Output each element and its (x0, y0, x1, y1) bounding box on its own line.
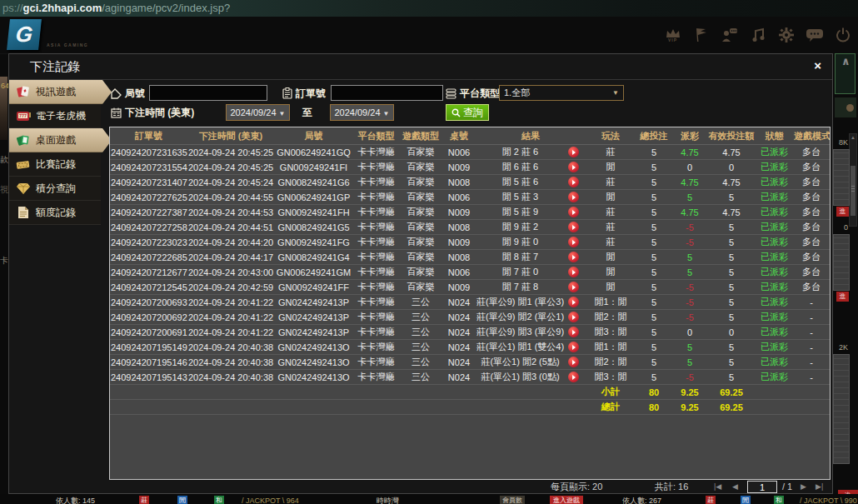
next-page-button[interactable]: ▶ (801, 481, 806, 492)
address-bar[interactable]: ps://gci.2hhapi.com/agingame/pcv2/index.… (0, 0, 858, 17)
replay-play-button[interactable] (568, 267, 579, 277)
date-from-select[interactable]: 2024/09/24 ▼ (226, 104, 290, 121)
cell-payout: -5 (672, 235, 707, 250)
sum-cell (756, 385, 793, 400)
cell-round: GN009249241FG (274, 235, 353, 250)
lobby-table-card: 0 進 (833, 223, 850, 302)
flag-icon[interactable] (692, 26, 710, 44)
sidebar-item-points-query[interactable]: 積分查詢 (9, 177, 101, 201)
cell-valid: 4.75 (707, 205, 756, 220)
platform-list-icon (446, 88, 456, 99)
cell-payout: 5 (672, 190, 707, 205)
cell-order: 240924207212677 (110, 265, 187, 280)
music-icon[interactable] (749, 26, 766, 44)
cell-game: 百家樂 (399, 205, 442, 220)
sidebar-item-match-records[interactable]: 比賽記錄 (9, 152, 101, 177)
sum-cell: 80 (636, 400, 672, 415)
chevron-down-icon: ▼ (383, 110, 390, 117)
sum-cell: 69.25 (707, 400, 756, 415)
sum-cell (399, 400, 442, 415)
replay-play-button[interactable] (568, 372, 579, 382)
svg-text:777: 777 (18, 113, 26, 118)
sidebar-item-credit-records[interactable]: 額度記錄 (9, 201, 101, 225)
enter-game-badge[interactable]: 進 (836, 292, 849, 302)
cell-result: 莊(單公1) 閒1 (雙公4) (476, 340, 586, 355)
cell-amount: 5 (636, 175, 672, 190)
url-domain: gci.2hhapi.com (23, 2, 102, 14)
records-table-panel: 訂單號下注時間 (美東)局號平台類型遊戲類型桌號結果玩法總投注派彩有效投注額狀態… (109, 127, 831, 480)
table-row: 2409242072273872024-09-24 20:44:53GN0092… (110, 205, 830, 220)
last-page-button[interactable]: ▶| (816, 481, 823, 492)
lobby-scrollbar[interactable]: ▲ (849, 133, 857, 227)
chat-icon[interactable] (806, 26, 823, 44)
table-row: 2409242071951432024-09-24 20:40:38GN0242… (110, 370, 830, 385)
replay-play-button[interactable] (568, 207, 579, 217)
modal-footer: 每頁顯示: 20 共計: 16 |◀ ◀ 1 / 1 ▶ ▶| (9, 481, 832, 493)
sidebar-item-slots[interactable]: 777 電子老虎機 (9, 104, 101, 128)
replay-play-button[interactable] (568, 147, 579, 157)
replay-play-button[interactable] (568, 252, 579, 262)
replay-play-button[interactable] (568, 312, 579, 322)
date-to-select[interactable]: 2024/09/24 ▼ (330, 104, 394, 121)
lobby-text-fragment: / JACKPOT \ 964 (242, 495, 299, 504)
replay-play-button[interactable] (568, 192, 579, 202)
cell-valid: 5 (707, 190, 756, 205)
cell-time: 2024-09-24 20:44:51 (187, 220, 274, 235)
close-icon[interactable]: × (814, 58, 821, 72)
cell-mode: - (793, 370, 830, 385)
replay-play-button[interactable] (568, 342, 579, 352)
sidebar-item-video-games[interactable]: 視訊遊戲 (9, 80, 112, 104)
vip-icon[interactable]: VIP (664, 26, 681, 44)
cell-game: 百家樂 (399, 250, 442, 265)
replay-play-button[interactable] (568, 282, 579, 292)
cell-table: N006 (442, 145, 476, 160)
cell-mode: 多台 (793, 145, 830, 160)
cell-amount: 5 (636, 250, 672, 265)
replay-play-button[interactable] (568, 222, 579, 232)
cell-order: 240924207231407 (110, 175, 187, 190)
cell-result: 莊(單公9) 閒1 (單公3) (476, 295, 586, 310)
cell-status: 已派彩 (756, 190, 793, 205)
support-chat-icon[interactable] (721, 26, 738, 44)
cell-mode: - (793, 325, 830, 340)
replay-play-button[interactable] (568, 237, 579, 247)
enter-game-badge[interactable]: 進 (836, 207, 849, 217)
cell-time: 2024-09-24 20:44:55 (187, 190, 274, 205)
cell-status: 已派彩 (756, 280, 793, 295)
sidebar-item-label: 積分查詢 (36, 182, 76, 196)
lobby-count-badge: 和 6 (774, 495, 778, 504)
first-page-button[interactable]: |◀ (714, 481, 721, 492)
prev-page-button[interactable]: ◀ (732, 481, 738, 492)
replay-play-button[interactable] (568, 177, 579, 187)
replay-play-button[interactable] (568, 162, 579, 172)
search-button[interactable]: 查詢 (446, 104, 489, 121)
replay-play-button[interactable] (568, 327, 579, 337)
replay-play-button[interactable] (568, 357, 579, 367)
table-row: 2409242072276252024-09-24 20:44:55GN0062… (110, 190, 830, 205)
cell-status: 已派彩 (756, 160, 793, 175)
table-row: 2409242072126772024-09-24 20:43:00GN0062… (110, 265, 830, 280)
round-number-input[interactable] (149, 85, 267, 101)
order-number-input[interactable] (331, 85, 443, 101)
cell-valid: 5 (707, 265, 756, 280)
table-row: 2409242072272582024-09-24 20:44:51GN0082… (110, 220, 830, 235)
cell-game: 三公 (399, 310, 442, 325)
platform-type-select[interactable]: 1.全部▼ (499, 85, 624, 101)
cell-payout: 5 (672, 250, 707, 265)
page-number-input[interactable]: 1 (747, 481, 777, 493)
scrollbar-thumb[interactable] (851, 166, 856, 216)
power-icon[interactable] (834, 26, 851, 44)
cell-round: GN006249241GM (274, 265, 353, 280)
replay-play-button[interactable] (568, 297, 579, 307)
bet-records-modal: 下注記錄 × 視訊遊戲 777 電子老虎機 桌面遊戲 (8, 53, 833, 494)
chevron-up-icon[interactable]: ∧ (841, 55, 851, 67)
settings-gear-icon[interactable] (777, 26, 795, 44)
cell-payout: 4.75 (672, 145, 707, 160)
background-fragment: 視 (0, 184, 8, 196)
cell-time: 2024-09-24 20:42:59 (187, 280, 274, 295)
date-to-label: 至 (302, 106, 312, 120)
cell-mode: 多台 (793, 175, 830, 190)
cell-valid: 5 (707, 340, 756, 355)
sidebar-item-table-games[interactable]: 桌面遊戲 (9, 128, 112, 152)
cell-result: 閒 8 莊 7 (476, 250, 586, 265)
